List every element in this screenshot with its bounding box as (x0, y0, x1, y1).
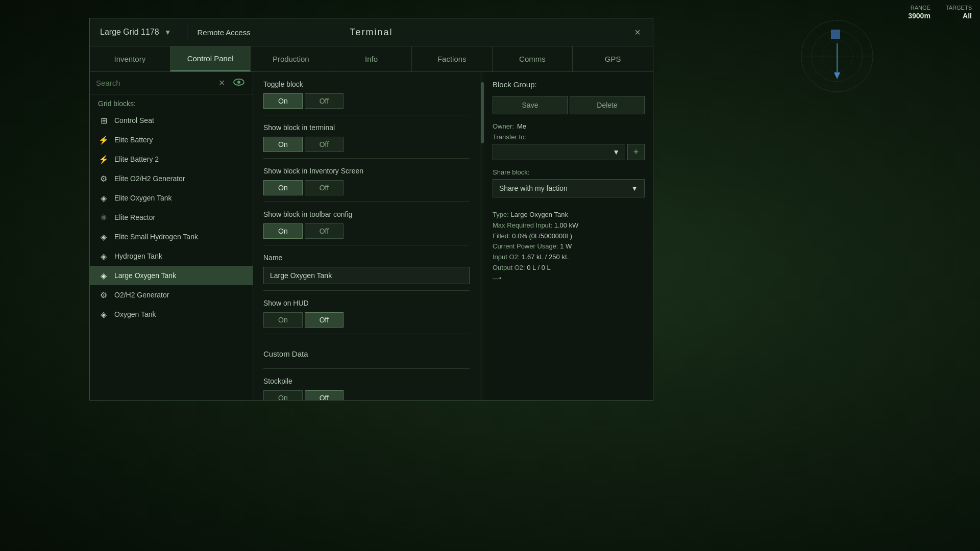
hud-range-value: 3900m (908, 11, 930, 20)
transfer-input-row: ▼ + (493, 144, 645, 160)
transfer-add-button[interactable]: + (627, 144, 645, 160)
share-arrow-icon: ▼ (631, 184, 638, 192)
stat-separator: ---• (493, 273, 645, 284)
block-item[interactable]: ◈Elite Small Hydrogen Tank (90, 227, 253, 246)
block-item[interactable]: ⚛Elite Reactor (90, 208, 253, 227)
tab-factions[interactable]: Factions (412, 46, 493, 71)
block-item-icon: ⚙ (98, 173, 109, 184)
stat-type: Type: Large Oxygen Tank (493, 210, 645, 220)
show-inventory-label: Show block in Inventory Screen (263, 167, 470, 175)
block-item-label: Large Oxygen Tank (114, 271, 176, 280)
name-input[interactable] (263, 267, 470, 284)
terminal-window: Large Grid 1178 ▼ Remote Access Terminal… (89, 18, 653, 400)
block-item-icon: ⚛ (98, 212, 109, 223)
block-item-icon: ⚙ (98, 289, 109, 300)
share-dropdown[interactable]: Share with my faction ▼ (493, 179, 645, 197)
block-item[interactable]: ◈Hydrogen Tank (90, 246, 253, 266)
search-eye-button[interactable] (231, 78, 247, 88)
svg-rect-3 (831, 30, 840, 39)
block-item-icon: ◈ (98, 231, 109, 242)
block-item[interactable]: ⚙Elite O2/H2 Generator (90, 169, 253, 188)
name-label: Name (263, 254, 470, 262)
block-item[interactable]: ◈Elite Oxygen Tank (90, 188, 253, 208)
middle-scroll-thumb (481, 82, 484, 143)
block-item[interactable]: ◈Oxygen Tank (90, 305, 253, 324)
terminal-body: ✕ Grid blocks: ⊞Control Seat⚡Elite Batte… (90, 72, 653, 400)
share-section: Share block: Share with my faction ▼ (493, 168, 645, 197)
toggle-block-group: On Off (263, 93, 470, 109)
show-toolbar-section: Show block in toolbar config On Off (263, 202, 470, 245)
stat-filled: Filled: 0.0% (0L/5000000L) (493, 231, 645, 242)
save-button[interactable]: Save (493, 96, 568, 114)
block-item[interactable]: ⊞Control Seat (90, 111, 253, 130)
toggle-block-label: Toggle block (263, 80, 470, 88)
show-hud-on[interactable]: On (263, 312, 303, 328)
block-item[interactable]: ⚙O2/H2 Generator (90, 285, 253, 305)
show-terminal-off[interactable]: Off (305, 137, 344, 152)
show-terminal-group: On Off (263, 137, 470, 152)
tab-inventory[interactable]: Inventory (90, 46, 170, 71)
toggle-block-off[interactable]: Off (305, 93, 344, 109)
close-button[interactable]: × (630, 24, 645, 40)
show-inventory-on[interactable]: On (263, 180, 303, 195)
terminal-title: Terminal (350, 27, 393, 38)
block-item-icon: ◈ (98, 192, 109, 204)
tab-bar: Inventory Control Panel Production Info … (90, 46, 653, 72)
block-item-label: Hydrogen Tank (114, 252, 162, 260)
search-bar: ✕ (90, 72, 253, 94)
delete-button[interactable]: Delete (570, 96, 645, 114)
show-hud-group: On Off (263, 312, 470, 328)
hud-targets: TARGETS All (946, 4, 972, 20)
block-item-label: Elite Battery 2 (114, 155, 159, 163)
show-hud-section: Show on HUD On Off (263, 291, 470, 334)
transfer-arrow-icon: ▼ (612, 148, 620, 156)
show-toolbar-on[interactable]: On (263, 223, 303, 239)
block-item-label: Elite O2/H2 Generator (114, 174, 185, 183)
middle-panel: Toggle block On Off Show block in termin… (253, 72, 480, 400)
tab-control-panel[interactable]: Control Panel (170, 46, 251, 71)
terminal-header: Large Grid 1178 ▼ Remote Access Terminal… (90, 18, 653, 46)
show-toolbar-group: On Off (263, 223, 470, 239)
show-toolbar-off[interactable]: Off (305, 223, 344, 239)
transfer-row: Transfer to: ▼ + (493, 133, 645, 160)
action-row: Save Delete (493, 96, 645, 114)
stat-max-input: Max Required Input: 1.00 kW (493, 220, 645, 231)
transfer-dropdown[interactable]: ▼ (493, 144, 625, 160)
tab-comms[interactable]: Comms (493, 46, 573, 71)
toggle-block-on[interactable]: On (263, 93, 303, 109)
block-item[interactable]: ⚡Elite Battery (90, 130, 253, 149)
remote-access-label: Remote Access (198, 28, 251, 37)
stockpile-on[interactable]: On (263, 390, 303, 400)
block-item-icon: ⚡ (98, 154, 109, 165)
show-inventory-off[interactable]: Off (305, 180, 344, 195)
hud-range-label: RANGE (908, 4, 930, 11)
show-hud-off[interactable]: Off (305, 312, 344, 328)
hud-targets-label: TARGETS (946, 4, 972, 11)
stat-power: Current Power Usage: 1 W (493, 241, 645, 252)
hud-top-right: RANGE 3900m TARGETS All (900, 0, 980, 24)
block-item-icon: ◈ (98, 251, 109, 262)
search-input[interactable] (96, 79, 212, 87)
show-terminal-on[interactable]: On (263, 137, 303, 152)
owner-value: Me (517, 122, 526, 130)
hud-targets-value: All (946, 11, 972, 20)
middle-scrollbar[interactable] (480, 72, 484, 400)
show-hud-label: Show on HUD (263, 299, 470, 307)
grid-dropdown-button[interactable]: ▼ (164, 28, 172, 36)
header-separator (187, 24, 187, 40)
custom-data-label: Custom Data (263, 349, 308, 358)
stockpile-label: Stockpile (263, 377, 470, 385)
share-label: Share block: (493, 168, 645, 176)
tab-info[interactable]: Info (331, 46, 412, 71)
tab-production[interactable]: Production (251, 46, 331, 71)
stockpile-off[interactable]: Off (305, 390, 344, 400)
tab-gps[interactable]: GPS (573, 46, 653, 71)
block-item[interactable]: ⚡Elite Battery 2 (90, 149, 253, 169)
search-clear-button[interactable]: ✕ (216, 77, 227, 89)
share-value: Share with my faction (499, 184, 568, 192)
block-item[interactable]: ◈Large Oxygen Tank (90, 266, 253, 285)
block-item-label: Elite Small Hydrogen Tank (114, 233, 198, 241)
left-panel: ✕ Grid blocks: ⊞Control Seat⚡Elite Batte… (90, 72, 253, 400)
right-panel: Block Group: Save Delete Owner: Me Trans… (484, 72, 653, 400)
custom-data-header[interactable]: Custom Data (263, 342, 470, 362)
